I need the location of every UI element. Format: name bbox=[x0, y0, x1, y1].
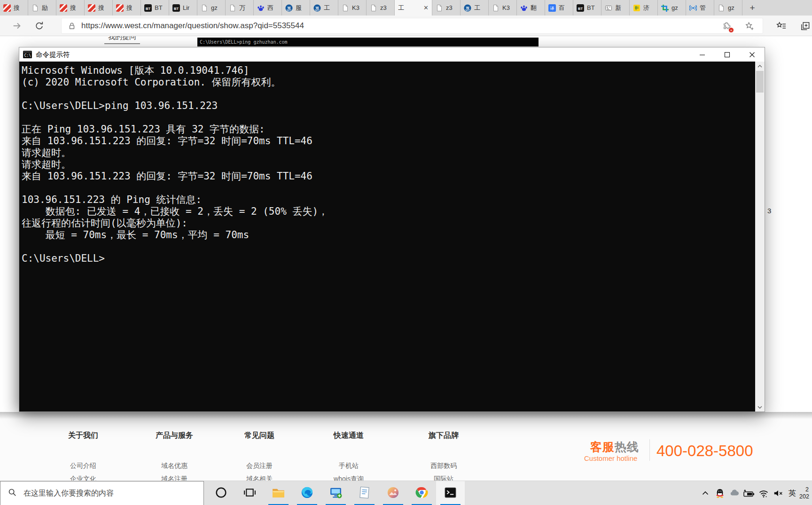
tab-strip: 搜励搜搜搜BTBTBTLirgz万西W服W工K3z3工✕z3W工K3翻译百BTB… bbox=[0, 0, 812, 16]
mstsc-taskbar-button[interactable] bbox=[321, 481, 350, 505]
browser-tab[interactable]: 翻 bbox=[517, 0, 545, 16]
tab-label: 济 bbox=[643, 4, 649, 12]
footer-link[interactable]: 会员注册 bbox=[215, 462, 304, 470]
chrome-taskbar-button[interactable] bbox=[407, 481, 436, 505]
browser-tab[interactable]: BTBT bbox=[573, 0, 601, 16]
clock-time-fragment: 2 bbox=[799, 486, 812, 493]
browser-tab[interactable]: BTBT bbox=[141, 0, 169, 16]
taskbar: 在这里输入你要搜索的内容 英 2 2 bbox=[0, 481, 812, 505]
new-tab-button[interactable]: + bbox=[742, 0, 762, 16]
browser-tab[interactable]: gz bbox=[197, 0, 226, 16]
footer-link[interactable]: 域名优惠 bbox=[130, 462, 219, 470]
tab-label: gz bbox=[671, 4, 678, 11]
taskbar-clock[interactable]: 2 202 bbox=[799, 486, 812, 500]
sonic-icon bbox=[689, 4, 697, 12]
battery-icon[interactable] bbox=[742, 481, 756, 505]
cortana-taskbar-button[interactable] bbox=[207, 481, 235, 505]
lock-icon bbox=[68, 22, 76, 30]
footer-link[interactable]: 公司介绍 bbox=[39, 462, 128, 470]
browser-tab[interactable]: 励 bbox=[28, 0, 56, 16]
page-icon bbox=[201, 4, 208, 12]
scrollbar-thumb[interactable] bbox=[756, 71, 764, 93]
browser-tab[interactable]: gz bbox=[714, 0, 742, 16]
photos-taskbar-button[interactable] bbox=[379, 481, 407, 505]
volume-muted-icon[interactable] bbox=[771, 481, 785, 505]
scroll-down-icon[interactable] bbox=[755, 403, 765, 411]
photos-icon bbox=[386, 486, 400, 501]
scroll-up-icon[interactable] bbox=[755, 62, 765, 70]
qq-tray-icon[interactable] bbox=[712, 481, 727, 505]
browser-tab[interactable]: 管 bbox=[686, 0, 714, 16]
page-icon bbox=[492, 4, 500, 12]
footer-column: 快速通道手机站whois查询 bbox=[304, 412, 393, 481]
cmdapp-taskbar-button[interactable] bbox=[436, 481, 465, 505]
page-icon bbox=[718, 4, 725, 12]
wifi-icon[interactable] bbox=[756, 481, 771, 505]
footer-link[interactable]: 手机站 bbox=[304, 462, 393, 470]
cmd-close-button[interactable] bbox=[740, 47, 765, 62]
browser-tab[interactable]: W工 bbox=[310, 0, 338, 16]
url-input[interactable]: https://www.west.cn/manager/question/sho… bbox=[61, 18, 763, 34]
browser-tab[interactable]: 济 bbox=[630, 0, 658, 16]
tab-label: K3 bbox=[352, 4, 359, 11]
browser-tab[interactable]: 搜 bbox=[0, 0, 28, 16]
hidden-icons-chevron-icon[interactable] bbox=[698, 481, 712, 505]
tab-label: z3 bbox=[446, 4, 453, 11]
browser-tab[interactable]: BTLir bbox=[169, 0, 197, 16]
cmd-window: C:\ 命令提示符 Microsoft Windows [版本 10.0.190… bbox=[19, 47, 765, 412]
taskbar-search-input[interactable]: 在这里输入你要搜索的内容 bbox=[0, 481, 204, 505]
notepad-taskbar-button[interactable] bbox=[350, 481, 379, 505]
browser-tab[interactable]: 搜 bbox=[85, 0, 113, 16]
add-favorite-icon[interactable] bbox=[743, 20, 755, 31]
tab-label: 西 bbox=[267, 4, 273, 12]
tab-label: BT bbox=[587, 4, 595, 11]
browser-tab[interactable]: K3 bbox=[338, 0, 367, 16]
browser-tab[interactable]: 万 bbox=[226, 0, 254, 16]
edge-icon bbox=[300, 486, 314, 501]
tab-close-icon[interactable]: ✕ bbox=[423, 4, 429, 11]
tab-label: 搜 bbox=[98, 4, 104, 12]
tab-label: BT bbox=[155, 4, 163, 11]
svg-text:C:\: C:\ bbox=[24, 54, 31, 58]
browser-tab[interactable]: 新 bbox=[601, 0, 630, 16]
cmd-title-bar[interactable]: C:\ 命令提示符 bbox=[19, 47, 765, 62]
browser-tab[interactable]: 译百 bbox=[545, 0, 573, 16]
browser-tab[interactable]: W工 bbox=[461, 0, 489, 16]
page-footer: 关于我们公司介绍企业文化产品与服务域名优惠域名注册常见问题会员注册域名相关快速通… bbox=[0, 412, 812, 481]
tab-label: 搜 bbox=[70, 4, 76, 12]
browser-tab[interactable]: 搜 bbox=[56, 0, 85, 16]
cmd-minimize-button[interactable] bbox=[690, 47, 715, 62]
forward-icon[interactable] bbox=[10, 19, 23, 32]
browser-tab[interactable]: W服 bbox=[282, 0, 310, 16]
page-icon bbox=[31, 4, 39, 12]
hotline-number: 400-028-5800 bbox=[656, 442, 753, 460]
input-language-indicator[interactable]: 英 bbox=[785, 489, 799, 498]
browser-tab[interactable]: K3 bbox=[489, 0, 517, 16]
cmd-maximize-button[interactable] bbox=[715, 47, 740, 62]
sogou-icon bbox=[3, 4, 11, 12]
explorer-icon bbox=[272, 486, 285, 501]
browser-tab-active[interactable]: 工✕ bbox=[395, 0, 432, 16]
refresh-icon[interactable] bbox=[33, 19, 46, 32]
explorer-taskbar-button[interactable] bbox=[264, 481, 293, 505]
url-text[interactable]: https://www.west.cn/manager/question/sho… bbox=[81, 21, 716, 31]
edge-taskbar-button[interactable] bbox=[293, 481, 321, 505]
extension-icon[interactable]: × bbox=[721, 20, 732, 31]
browser-tab[interactable]: z3 bbox=[367, 0, 395, 16]
taskview-taskbar-button[interactable] bbox=[235, 481, 264, 505]
browser-tab[interactable]: gz bbox=[658, 0, 686, 16]
favorites-icon[interactable] bbox=[775, 20, 787, 32]
browser-tab[interactable]: 西 bbox=[254, 0, 282, 16]
footer-column: 关于我们公司介绍企业文化 bbox=[39, 412, 128, 481]
cmd-scrollbar[interactable] bbox=[755, 62, 765, 412]
footer-link[interactable]: 西部数码 bbox=[399, 462, 488, 470]
bt-icon: BT bbox=[577, 4, 584, 12]
embedded-terminal-image: C:\Users\DELL>ping gzhuzhan.com bbox=[197, 38, 539, 47]
onedrive-cloud-icon[interactable] bbox=[727, 481, 742, 505]
sogou-icon bbox=[60, 4, 67, 12]
tab-label: K3 bbox=[502, 4, 510, 11]
collections-icon[interactable] bbox=[799, 20, 811, 32]
browser-tab[interactable]: z3 bbox=[432, 0, 461, 16]
search-placeholder: 在这里输入你要搜索的内容 bbox=[23, 489, 114, 498]
browser-tab[interactable]: 搜 bbox=[113, 0, 141, 16]
